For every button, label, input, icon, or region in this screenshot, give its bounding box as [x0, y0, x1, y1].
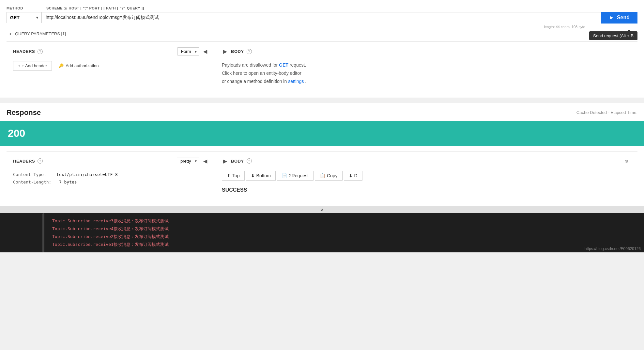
- plus-icon: +: [18, 63, 21, 68]
- bottom-label: Bottom: [256, 173, 271, 178]
- response-headers-list: Content-Type: text/plain;charset=UTF-8 C…: [13, 171, 208, 186]
- response-headers-nav-left-button[interactable]: ◀: [202, 157, 208, 166]
- 2request-icon: 📄: [282, 173, 287, 178]
- copy-label: Copy: [327, 173, 338, 178]
- response-panels-wrapper: HEADERS ? pretty raw ▼ ◀ Content-Type:: [7, 151, 637, 201]
- headers-nav-left-button[interactable]: ◀: [202, 47, 208, 56]
- body-nav-left-button[interactable]: ▶: [222, 47, 228, 56]
- cache-info: Cache Detected - Elapsed Time:: [576, 110, 637, 115]
- console-lines: Topic.Subscribe.receive3接收消息：发布订阅模式测试 To…: [7, 217, 637, 248]
- top-icon: ⬆: [227, 173, 231, 178]
- console-line-1: Topic.Subscribe.receive3接收消息：发布订阅模式测试: [7, 217, 637, 225]
- top-label: Top: [232, 173, 240, 178]
- headers-help-icon[interactable]: ?: [38, 49, 43, 54]
- add-auth-label: Add authorization: [66, 63, 99, 68]
- response-headers-title: HEADERS: [13, 159, 35, 164]
- copy-button[interactable]: 📋 Copy: [315, 171, 343, 181]
- console-scrollbar[interactable]: [42, 213, 44, 252]
- query-params-label: QUERY PARAMETERS [1]: [15, 31, 66, 36]
- query-params-row[interactable]: ► QUERY PARAMETERS [1]: [7, 29, 637, 36]
- body-title: BODY: [231, 49, 244, 54]
- method-select[interactable]: GET POST PUT DELETE PATCH HEAD OPTIONS: [7, 12, 42, 23]
- response-format-select-wrapper: pretty raw ▼: [177, 157, 199, 165]
- response-body-panel: ▶ BODY ? ra ⬆ Top ⬇ Bottom: [215, 151, 637, 201]
- raw-label: ra: [624, 159, 628, 164]
- bottom-icon: ⬇: [251, 173, 255, 178]
- body-help-icon[interactable]: ?: [247, 49, 252, 54]
- send-tooltip-text: Send request (Alt + B: [593, 33, 634, 38]
- 2request-label: 2Request: [289, 173, 309, 178]
- add-authorization-button[interactable]: 🔑 Add authorization: [58, 63, 99, 68]
- body-msg-1-end: request.: [290, 62, 306, 68]
- form-select-wrapper: Form Raw ▼: [177, 47, 199, 56]
- get-method-link[interactable]: GET: [279, 62, 288, 68]
- request-body-panel: ▶ BODY ? Payloads are disallowed for GET…: [215, 42, 637, 91]
- query-params-arrow-icon: ►: [9, 32, 12, 36]
- key-icon: 🔑: [58, 63, 64, 68]
- download-icon: ⬇: [349, 173, 353, 178]
- response-body-nav-left-button[interactable]: ▶: [222, 157, 228, 166]
- scheme-label: SCHEME :// HOST [ ":" PORT ] [ PATH [ "?…: [46, 6, 144, 10]
- console-line-4: Topic.Subscribe.receive1接收消息：发布订阅模式测试: [7, 241, 637, 248]
- send-button[interactable]: ► Send: [601, 12, 637, 24]
- request-section: METHOD SCHEME :// HOST [ ":" PORT ] [ PA…: [0, 0, 644, 98]
- response-title: Response: [7, 108, 41, 117]
- collapse-button[interactable]: ∧: [321, 207, 324, 212]
- send-tooltip: Send request (Alt + B: [589, 31, 637, 40]
- 2request-button[interactable]: 📄 2Request: [277, 171, 314, 181]
- status-bar: 200: [0, 121, 644, 146]
- add-header-button[interactable]: + + Add header: [13, 61, 52, 71]
- status-code: 200: [8, 127, 25, 139]
- request-panels: HEADERS ? Form Raw ▼ ◀ + + Add header �: [7, 41, 637, 91]
- headers-actions: + + Add header 🔑 Add authorization: [13, 61, 208, 71]
- response-header-content-type: Content-Type: text/plain;charset=UTF-8: [13, 171, 208, 178]
- headers-panel-header: HEADERS ? Form Raw ▼ ◀: [13, 47, 208, 56]
- response-action-toolbar: ⬆ Top ⬇ Bottom 📄 2Request 📋 Copy: [222, 171, 631, 181]
- response-section: Response Cache Detected - Elapsed Time: …: [0, 103, 644, 206]
- response-body-panel-header: ▶ BODY ? ra: [222, 157, 631, 166]
- url-length: length: 44 chars, 108 byte: [544, 25, 585, 29]
- response-format-select[interactable]: pretty raw: [177, 157, 199, 165]
- response-header-content-length: Content-Length: 7 bytes: [13, 178, 208, 186]
- method-label: METHOD: [7, 6, 23, 10]
- send-icon: ►: [609, 15, 614, 21]
- bottom-button[interactable]: ⬇ Bottom: [246, 171, 276, 181]
- response-headers-panel-header: HEADERS ? pretty raw ▼ ◀: [13, 157, 208, 166]
- download-label: D: [354, 173, 358, 178]
- body-msg-3-start: or change a method definition in: [222, 79, 287, 84]
- top-button[interactable]: ⬆ Top: [222, 171, 245, 181]
- body-msg-1: Payloads are disallowed for: [222, 62, 278, 68]
- collapse-bar[interactable]: ∧: [0, 206, 644, 213]
- response-body-help-icon[interactable]: ?: [247, 158, 252, 164]
- response-body-content: SUCCESS: [222, 184, 631, 196]
- console-line-3: Topic.Subscribe.receive2接收消息：发布订阅模式测试: [7, 233, 637, 241]
- settings-link[interactable]: settings: [288, 79, 304, 84]
- url-row: GET POST PUT DELETE PATCH HEAD OPTIONS ▼…: [7, 12, 637, 24]
- send-button-label: Send: [617, 15, 630, 21]
- response-header-row: Response Cache Detected - Elapsed Time:: [7, 108, 637, 117]
- body-msg-3-end: .: [305, 79, 306, 84]
- form-select[interactable]: Form Raw: [177, 47, 199, 56]
- copy-icon: 📋: [320, 173, 325, 178]
- csdn-link[interactable]: https://blog.csdn.net/E09620126: [585, 247, 641, 251]
- response-headers-help-icon[interactable]: ?: [38, 158, 43, 164]
- url-input[interactable]: [42, 12, 601, 23]
- body-msg-2: Click here to open an entity-body editor: [222, 71, 301, 76]
- add-header-label: + Add header: [22, 63, 47, 68]
- headers-title: HEADERS: [13, 49, 35, 54]
- response-headers-panel: HEADERS ? pretty raw ▼ ◀ Content-Type:: [7, 151, 215, 201]
- console-section: Topic.Subscribe.receive3接收消息：发布订阅模式测试 To…: [0, 213, 644, 252]
- request-headers-panel: HEADERS ? Form Raw ▼ ◀ + + Add header �: [7, 42, 215, 91]
- body-message: Payloads are disallowed for GET request.…: [222, 61, 631, 86]
- download-button[interactable]: ⬇ D: [344, 171, 362, 181]
- body-panel-header: ▶ BODY ?: [222, 47, 631, 56]
- method-select-wrapper: GET POST PUT DELETE PATCH HEAD OPTIONS ▼: [7, 12, 42, 23]
- response-body-title: BODY: [231, 159, 244, 164]
- console-line-2: Topic.Subscribe.receive4接收消息：发布订阅模式测试: [7, 225, 637, 233]
